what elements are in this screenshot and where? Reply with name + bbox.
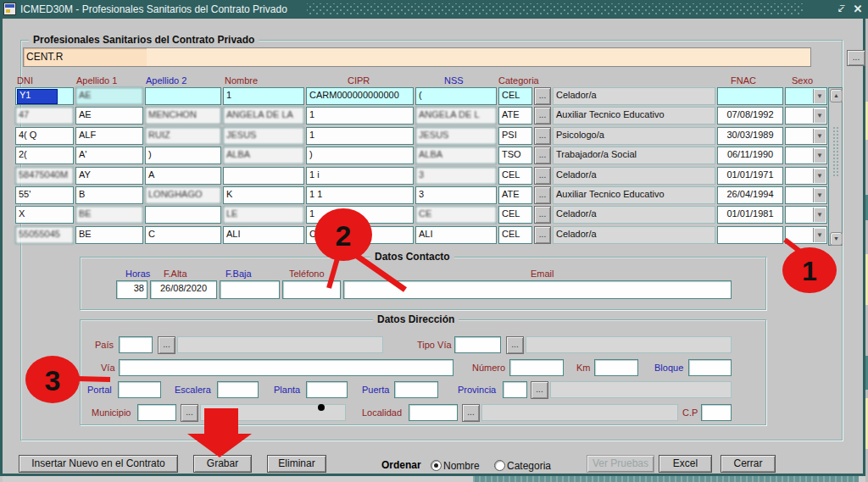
cell-cipr[interactable]: 1 1 <box>306 186 414 204</box>
cell-dni[interactable]: 2( <box>15 147 74 164</box>
delete-button[interactable]: Eliminar <box>267 455 326 473</box>
cell-ap1[interactable]: B <box>75 186 143 204</box>
cell-fnac[interactable]: 30/03/1989 <box>717 127 783 145</box>
sexo-dropdown-icon[interactable]: ▼ <box>813 188 826 202</box>
cell-ap2[interactable]: ) <box>145 147 221 164</box>
excel-button[interactable]: Excel <box>659 455 712 473</box>
cell-cat[interactable]: CEL <box>498 87 532 105</box>
cell-fnac[interactable]: 26/04/1994 <box>717 186 783 204</box>
cell-ap1[interactable]: BE <box>75 206 143 224</box>
categoria-lov-button[interactable]: ... <box>534 186 551 204</box>
radio-categoria[interactable] <box>494 460 505 471</box>
cell-nombre[interactable]: K <box>223 186 304 204</box>
sexo-dropdown-icon[interactable]: ▼ <box>813 108 826 123</box>
cp-field[interactable] <box>701 404 732 421</box>
cell-ap2[interactable]: MENCHON <box>145 107 221 125</box>
categoria-lov-button[interactable]: ... <box>534 107 551 125</box>
numero-field[interactable] <box>509 359 564 376</box>
cell-cipr[interactable]: 1 i <box>306 167 414 185</box>
categoria-lov-button[interactable]: ... <box>534 206 551 224</box>
close-button[interactable]: Cerrar <box>721 455 776 473</box>
cell-sexo[interactable]: ▼ <box>785 186 827 204</box>
sexo-dropdown-icon[interactable]: ▼ <box>813 228 826 242</box>
sexo-dropdown-icon[interactable]: ▼ <box>813 208 826 222</box>
cell-dni[interactable]: 55055045 <box>15 226 74 244</box>
cell-dni[interactable]: 55' <box>15 186 74 204</box>
cell-fnac[interactable]: 01/01/1981 <box>717 206 783 224</box>
cell-dni[interactable]: 58475040M <box>15 167 74 185</box>
cell-nss[interactable]: ALI <box>415 226 497 244</box>
categoria-lov-button[interactable]: ... <box>534 147 551 164</box>
cell-nombre[interactable]: JESUS <box>223 127 304 145</box>
cell-sexo[interactable]: ▼ <box>785 147 827 164</box>
cell-sexo[interactable]: ▼ <box>785 167 827 185</box>
cell-cipr[interactable]: ) <box>306 147 414 164</box>
save-button[interactable]: Grabar <box>193 455 252 473</box>
cell-cat[interactable]: CEL <box>498 226 532 244</box>
cell-nombre[interactable]: ANGELA DE LA <box>223 107 304 125</box>
cell-fnac[interactable]: 01/01/1971 <box>717 167 783 185</box>
title-bar[interactable]: ICMED30M - Profesionales Sanitarios del … <box>0 0 868 19</box>
cell-ap2[interactable]: LONGHAGO <box>145 186 221 204</box>
cell-nss[interactable]: 3 <box>415 167 497 185</box>
cell-fnac[interactable] <box>717 87 783 105</box>
cell-nombre[interactable] <box>223 167 304 185</box>
cell-nombre[interactable]: ALI <box>223 226 304 244</box>
sexo-dropdown-icon[interactable]: ▼ <box>813 89 826 103</box>
scroll-up-icon[interactable]: ▲ <box>830 89 843 102</box>
puerta-field[interactable] <box>394 381 438 398</box>
escalera-field[interactable] <box>217 381 259 398</box>
cell-ap1[interactable]: AE <box>75 107 143 125</box>
provincia-lov-button[interactable]: ... <box>531 381 548 399</box>
cell-cipr[interactable]: CARM 0000 <box>306 226 414 244</box>
cell-ap1[interactable]: AY <box>75 167 143 185</box>
cell-nombre[interactable]: LE <box>223 206 304 224</box>
cell-cat[interactable]: PSI <box>498 127 532 145</box>
cell-nombre[interactable]: 1 <box>223 87 304 105</box>
insert-new-button[interactable]: Insertar Nuevo en el Contrato <box>19 455 178 473</box>
cell-ap2[interactable]: A <box>145 167 221 185</box>
contrato-lov-button[interactable]: ... <box>847 50 865 66</box>
cell-cipr[interactable]: 1 <box>306 127 414 145</box>
telefono-field[interactable] <box>282 280 341 299</box>
km-field[interactable] <box>594 359 638 376</box>
cell-fnac[interactable]: 07/08/1992 <box>717 107 783 125</box>
municipio-field[interactable] <box>137 404 176 421</box>
email-field[interactable] <box>343 280 732 299</box>
pais-field[interactable] <box>119 336 153 353</box>
categoria-lov-button[interactable]: ... <box>534 87 551 105</box>
cell-nss[interactable]: CE <box>415 206 497 224</box>
horas-field[interactable]: 38 <box>116 280 147 299</box>
cell-sexo[interactable]: ▼ <box>785 127 827 145</box>
cell-dni[interactable]: Y1 <box>15 87 74 105</box>
localidad-lov-button[interactable]: ... <box>462 404 480 422</box>
cell-nss[interactable]: JESUS <box>415 127 497 145</box>
cell-ap1[interactable]: AE <box>75 87 143 105</box>
categoria-lov-button[interactable]: ... <box>534 226 551 244</box>
categoria-lov-button[interactable]: ... <box>534 127 551 145</box>
cell-ap2[interactable] <box>145 87 221 105</box>
tipovia-lov-button[interactable]: ... <box>506 336 524 354</box>
cell-fnac[interactable]: 06/11/1990 <box>717 147 783 164</box>
cell-ap1[interactable]: A' <box>75 147 143 164</box>
cell-cipr[interactable]: CARM000000000000 <box>306 87 414 105</box>
sexo-dropdown-icon[interactable]: ▼ <box>813 169 826 183</box>
ver-pruebas-button[interactable]: Ver Pruebas <box>587 455 654 473</box>
portal-field[interactable] <box>118 381 161 398</box>
cell-sexo[interactable]: ▼ <box>785 107 827 125</box>
restore-icon[interactable]: ↙̅ <box>834 3 848 15</box>
falta-field[interactable]: 26/08/2020 <box>150 280 217 299</box>
provincia-field[interactable] <box>503 381 527 398</box>
bloque-field[interactable] <box>688 359 732 376</box>
cell-sexo[interactable]: ▼ <box>785 226 827 244</box>
contrato-centro-field[interactable]: CENT.R S <box>23 47 811 67</box>
radio-categoria-label[interactable]: Categoria <box>507 460 551 472</box>
pais-lov-button[interactable]: ... <box>158 336 175 354</box>
cell-sexo[interactable]: ▼ <box>785 206 827 224</box>
cell-cat[interactable]: ATE <box>498 186 532 204</box>
cell-nss[interactable]: ALBA <box>415 147 497 164</box>
categoria-lov-button[interactable]: ... <box>534 167 551 185</box>
cell-dni[interactable]: 4( Q <box>15 127 74 145</box>
localidad-field[interactable] <box>409 404 458 421</box>
cell-cipr[interactable]: 1 <box>306 107 414 125</box>
